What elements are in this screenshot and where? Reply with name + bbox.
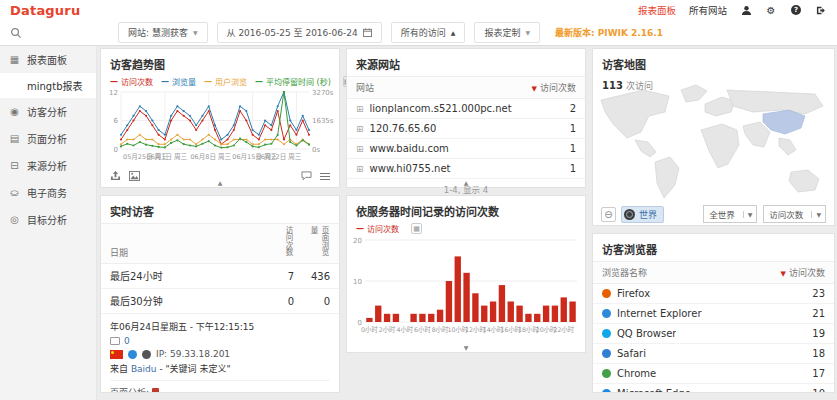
table-row[interactable]: QQ Browser19 (593, 324, 834, 344)
legend-item[interactable]: —访问次数 (356, 223, 399, 234)
annotation-icon[interactable] (301, 171, 312, 181)
sidebar-item-label: 来源分析 (27, 158, 67, 173)
date-range-picker[interactable]: 从 2016-05-25 至 2016-06-24 (217, 22, 382, 43)
dashboard-icon: ▦ (9, 54, 20, 65)
segment-selector[interactable]: 所有的访问▲ (391, 22, 466, 43)
world-view-button[interactable]: 世界 (621, 206, 664, 223)
table-row[interactable]: ⊞120.76.65.601 (347, 119, 585, 139)
image-export-icon[interactable] (129, 171, 140, 181)
chevron-down-icon: ▼ (193, 29, 198, 36)
visitor-browsers-panel: 访客浏览器 浏览器名称 ▼访问次数 Firefox23Internet Expl… (592, 233, 835, 393)
svg-text:06月22日 周三: 06月22日 周三 (257, 153, 302, 161)
realtime-summary-row[interactable]: 最后30分钟00 (101, 289, 339, 314)
realtime-summary-row[interactable]: 最后24小时7436 (101, 264, 339, 289)
collapse-caret[interactable]: ▲ (218, 179, 223, 186)
legend-item[interactable]: —用户浏览 (204, 76, 247, 87)
panel-title: 访客地图 (593, 49, 834, 76)
sort-desc-icon[interactable]: ▼ (781, 270, 786, 278)
expand-icon: ⊞ (356, 164, 364, 174)
sidebar-item-custom-report[interactable]: mingtb报表 (0, 73, 96, 98)
svg-text:06月1日 周三: 06月1日 周三 (147, 153, 188, 161)
ecommerce-icon: ⛀ (9, 187, 20, 198)
expand-icon: ⊞ (356, 144, 364, 154)
server-time-chart[interactable]: 010200小时2小时4小时6小时8小时10小时12小时14小时16小时18小时… (347, 234, 583, 344)
referrer-link[interactable]: Baidu (131, 364, 157, 374)
globe-icon (624, 209, 635, 220)
search-icon[interactable] (10, 27, 22, 39)
sidebar-item-referrers[interactable]: ⊟来源分析 (0, 152, 96, 179)
table-row[interactable]: Internet Explorer21 (593, 304, 834, 324)
visitor-entry: 年06月24日星期五 - 下午12:15:15 0 IP: 59.33.18.2… (101, 314, 339, 393)
help-icon[interactable]: ? (790, 4, 802, 16)
chevron-down-icon: ▼ (811, 211, 825, 218)
sidebar-item-visitors[interactable]: ◉访客分析 (0, 98, 96, 125)
sidebar-item-pages[interactable]: ▤页面分析 (0, 125, 96, 152)
actions-count-link[interactable]: 0 (124, 336, 130, 346)
sidebar-item-goals[interactable]: ◎目标分析 (0, 206, 96, 233)
sidebar-nav: ▦报表面板mingtb报表◉访客分析▤页面分析⊟来源分析⛀电子商务◎目标分析 (0, 46, 97, 400)
trend-legend: —访问次数—浏览量—用户浏览—平均停留时间 (秒)▦ (101, 76, 339, 87)
table-row[interactable]: ⊞www.baidu.com1 (347, 139, 585, 159)
map-zoom-controls: ⊖ 世界 (601, 206, 664, 223)
pages-icon: ▤ (9, 133, 20, 144)
version-notice[interactable]: 最新版本: PIWIK 2.16.1 (555, 26, 663, 39)
export-icon[interactable] (110, 171, 121, 181)
collapse-caret[interactable]: ▼ (464, 344, 469, 351)
world-map[interactable]: 113次访问 ⊖ 世界 全世界▼ 访问次数▼ (593, 76, 834, 230)
sidebar-item-label: 页面分析 (27, 131, 67, 146)
user-icon[interactable] (740, 4, 752, 16)
table-row[interactable]: ⊞www.hi0755.net1 (347, 159, 585, 179)
sort-desc-icon[interactable]: ▼ (532, 85, 537, 93)
topnav-dashboard-link[interactable]: 报表面板 (638, 3, 676, 17)
visit-datetime: 年06月24日星期五 - 下午12:15:15 (110, 320, 330, 333)
chrome-icon (602, 369, 611, 378)
svg-text:3270s: 3270s (312, 89, 334, 97)
metric-picker-icon[interactable]: ▦ (411, 223, 422, 234)
visitor-trend-chart[interactable]: 06120s1635s3270s05月25日 周三06月1日 周三06月8日 周… (101, 87, 337, 169)
table-row[interactable]: Microsoft Edge10 (593, 384, 834, 393)
zoom-out-icon[interactable]: ⊖ (601, 207, 616, 222)
funnel-icon: ▲ (451, 29, 456, 36)
sidebar-item-ecommerce[interactable]: ⛀电子商务 (0, 179, 96, 206)
actions-icon (110, 337, 120, 345)
internet-explorer-icon (602, 309, 611, 318)
report-selector[interactable]: 报表定制▼ (474, 22, 540, 43)
panel-title: 访客浏览器 (593, 234, 834, 261)
svg-text:20: 20 (353, 237, 362, 245)
topnav-all-websites-link[interactable]: 所有网站 (689, 3, 727, 17)
page-icon[interactable] (152, 388, 159, 393)
top-bar: Dataguru 报表面板 所有网站 ⚙ ? (0, 0, 837, 20)
sidebar-item-label: 访客分析 (27, 104, 67, 119)
legend-item[interactable]: —平均停留时间 (秒) (255, 76, 331, 87)
firefox-icon (602, 289, 611, 298)
region-select[interactable]: 全世界▼ (703, 205, 757, 223)
brand-logo[interactable]: Dataguru (10, 3, 80, 18)
table-row[interactable]: Safari18 (593, 344, 834, 364)
metrics-icon[interactable] (320, 172, 330, 181)
realtime-table-header: 日期 访问次数 页面浏览量 (101, 223, 339, 264)
sidebar-item-label: 报表面板 (27, 52, 67, 67)
sidebar-item-label: 电子商务 (27, 185, 67, 200)
gear-icon[interactable]: ⚙ (765, 4, 777, 16)
legend-item[interactable]: —访问次数 (110, 76, 153, 87)
chevron-down-icon: ▼ (743, 211, 757, 218)
map-visits-count: 113次访问 (602, 79, 653, 92)
os-icon (142, 350, 151, 359)
browser-rows: Firefox23Internet Explorer21QQ Browser19… (593, 284, 834, 393)
table-row[interactable]: Chrome17 (593, 364, 834, 384)
table-row[interactable]: ⊞lionplancom.s521.000pc.net2 (347, 99, 585, 119)
table-row[interactable]: Firefox23 (593, 284, 834, 304)
sidebar-item-dashboard[interactable]: ▦报表面板 (0, 46, 96, 73)
panel-title: 来源网站 (347, 49, 585, 76)
svg-text:0小时: 0小时 (361, 325, 378, 334)
svg-text:6小时: 6小时 (414, 325, 431, 334)
signout-icon[interactable] (815, 4, 827, 16)
site-selector[interactable]: 网站: 慧测获客▼ (118, 22, 208, 43)
metric-select[interactable]: 访问次数▼ (763, 205, 826, 223)
svg-text:6: 6 (114, 117, 119, 125)
collapse-caret[interactable]: ▲ (464, 179, 469, 186)
map-selects: 全世界▼ 访问次数▼ (703, 205, 826, 223)
visited-pages-row: 页面分析: (110, 380, 330, 393)
microsoft-edge-icon (602, 389, 611, 393)
legend-item[interactable]: —浏览量 (161, 76, 196, 87)
